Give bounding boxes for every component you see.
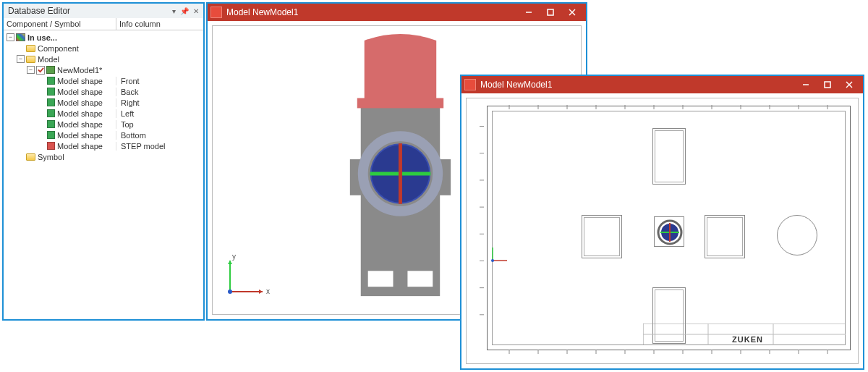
bottom-ruler — [488, 345, 850, 354]
view-front[interactable] — [654, 216, 684, 247]
tree-label: Model shape — [57, 131, 103, 140]
tree-label: Component — [38, 44, 79, 53]
info-value: Right — [116, 98, 203, 107]
tree-node-component[interactable]: Component — [5, 43, 203, 54]
close-button[interactable] — [561, 5, 583, 20]
panel-titlebar: Database Editor ▾ 📌 ✕ — [4, 4, 203, 18]
pin-icon[interactable]: 📌 — [180, 7, 189, 15]
info-value: STEP model — [116, 142, 203, 151]
svg-marker-16 — [259, 289, 263, 294]
drawing-sheet: ZUKEN — [487, 106, 851, 350]
info-value: Back — [116, 88, 203, 96]
window-titlebar[interactable]: Model NewModel1 — [208, 4, 586, 21]
folder-icon — [26, 153, 35, 161]
tree-node-shape-step[interactable]: Model shape STEP model — [5, 140, 203, 151]
tree-label: Model — [38, 55, 59, 64]
tree-node-in-use[interactable]: − In use... — [5, 32, 203, 43]
model-icon — [46, 66, 55, 74]
tree-label: Model shape — [57, 109, 103, 118]
database-icon — [16, 33, 25, 41]
tree-label: NewModel1* — [57, 66, 102, 75]
axis-indicator: x y — [223, 252, 273, 304]
svg-rect-7 — [357, 98, 443, 109]
svg-rect-23 — [825, 82, 830, 88]
top-ruler — [488, 105, 850, 112]
tree-label: In use... — [27, 33, 57, 42]
tree-header: Component / Symbol Info column — [4, 18, 203, 30]
svg-text:y: y — [232, 253, 236, 261]
column-header-info[interactable]: Info column — [116, 18, 203, 30]
tree-label: Model shape — [57, 98, 103, 107]
titleblock — [643, 324, 846, 345]
tree-node-newmodel[interactable]: − NewModel1* — [5, 64, 203, 75]
shape-icon — [47, 131, 55, 139]
axis-indicator-small — [490, 243, 511, 266]
close-button[interactable] — [838, 77, 860, 92]
tree-view: − In use... Component − Model — [4, 30, 203, 162]
tree-label: Symbol — [38, 153, 64, 161]
maximize-button[interactable] — [817, 77, 838, 92]
info-value: Left — [116, 109, 203, 118]
step-icon — [47, 142, 55, 150]
svg-text:x: x — [266, 287, 270, 295]
collapse-icon[interactable]: − — [27, 66, 35, 74]
tree-label: Model shape — [57, 120, 103, 129]
collapse-icon[interactable]: − — [7, 33, 14, 41]
window-titlebar[interactable]: Model NewModel1 — [461, 76, 863, 93]
tree-node-shape-left[interactable]: Model shape Left — [5, 108, 203, 119]
checkbox-checked[interactable] — [36, 66, 45, 75]
svg-rect-1 — [548, 9, 553, 15]
shape-icon — [47, 77, 55, 85]
minimize-button[interactable] — [795, 77, 817, 92]
info-value: Top — [116, 120, 203, 129]
window-title: Model NewModel1 — [480, 80, 552, 90]
shape-icon — [47, 120, 55, 128]
collapse-icon[interactable]: − — [17, 55, 25, 63]
database-editor-panel: Database Editor ▾ 📌 ✕ Component / Symbol… — [2, 2, 205, 321]
tree-node-model[interactable]: − Model — [5, 54, 203, 64]
window-title: Model NewModel1 — [226, 7, 298, 17]
tree-label: Model shape — [57, 142, 103, 151]
svg-point-21 — [228, 289, 232, 294]
folder-icon — [26, 45, 35, 52]
minimize-button[interactable] — [518, 5, 540, 20]
model-window-layout: Model NewModel1 — [460, 75, 864, 370]
app-icon — [210, 7, 222, 18]
close-panel-icon[interactable]: ✕ — [193, 7, 199, 15]
left-ruler — [474, 113, 484, 342]
dropdown-arrow-icon[interactable]: ▾ — [172, 7, 176, 15]
layout-canvas[interactable]: ZUKEN — [466, 98, 859, 364]
view-back[interactable] — [777, 215, 817, 255]
view-right[interactable] — [705, 215, 745, 258]
shape-icon — [47, 109, 55, 117]
tree-node-shape-front[interactable]: Model shape Front — [5, 75, 203, 86]
column-header-component[interactable]: Component / Symbol — [4, 18, 116, 30]
app-icon — [464, 79, 476, 90]
shape-icon — [47, 88, 55, 96]
tree-label: Model shape — [57, 88, 103, 96]
view-top[interactable] — [652, 128, 686, 185]
tree-node-symbol[interactable]: Symbol — [5, 151, 203, 162]
svg-point-60 — [491, 259, 494, 262]
svg-rect-5 — [368, 271, 393, 287]
view-left[interactable] — [582, 215, 622, 258]
folder-icon — [26, 56, 35, 63]
info-value: Bottom — [116, 131, 203, 140]
panel-title: Database Editor — [8, 6, 70, 16]
svg-marker-19 — [228, 261, 232, 264]
tree-node-shape-top[interactable]: Model shape Top — [5, 119, 203, 130]
maximize-button[interactable] — [540, 5, 561, 20]
tree-node-shape-right[interactable]: Model shape Right — [5, 97, 203, 108]
svg-rect-6 — [407, 271, 433, 287]
tree-node-shape-back[interactable]: Model shape Back — [5, 86, 203, 97]
info-value: Front — [116, 77, 203, 85]
tree-label: Model shape — [57, 77, 103, 85]
shape-icon — [47, 98, 55, 106]
tree-node-shape-bottom[interactable]: Model shape Bottom — [5, 130, 203, 140]
